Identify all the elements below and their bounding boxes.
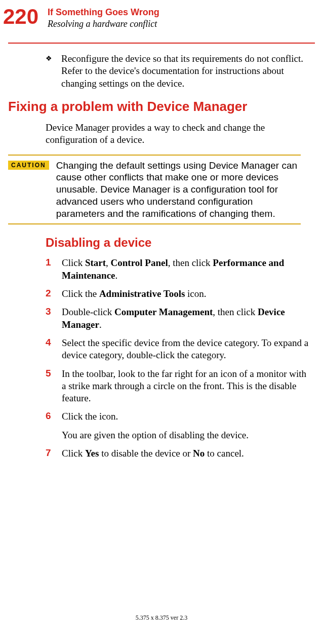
- step-text: Double-click Computer Management, then c…: [62, 306, 309, 331]
- bullet-text: Reconfigure the device so that its requi…: [61, 53, 309, 90]
- step-7: 7 Click Yes to disable the device or No …: [46, 447, 309, 460]
- header-titles: If Something Goes Wrong Resolving a hard…: [48, 6, 159, 29]
- step-text: Click Start, Control Panel, then click P…: [62, 257, 309, 282]
- step-number: 5: [46, 368, 62, 405]
- step-number: 2: [46, 288, 62, 300]
- step-number: 6: [46, 410, 62, 423]
- page-header: 220 If Something Goes Wrong Resolving a …: [0, 0, 323, 29]
- step-2: 2 Click the Administrative Tools icon.: [46, 288, 309, 300]
- caution-badge: CAUTION: [8, 161, 49, 170]
- heading-disabling-device: Disabling a device: [46, 236, 309, 250]
- header-rule: [8, 43, 315, 44]
- step-text: Select the specific device from the devi…: [62, 337, 309, 362]
- heading-fixing-problem: Fixing a problem with Device Manager: [8, 99, 309, 115]
- step-number: 7: [46, 447, 62, 460]
- intro-paragraph: Device Manager provides a way to check a…: [46, 122, 309, 146]
- diamond-bullet-icon: ❖: [46, 54, 52, 90]
- caution-text: Changing the default settings using Devi…: [56, 160, 301, 220]
- step-6: 6 Click the icon.: [46, 410, 309, 423]
- step-3: 3 Double-click Computer Management, then…: [46, 306, 309, 331]
- step-number: 1: [46, 257, 62, 282]
- step-text: Click the Administrative Tools icon.: [62, 288, 207, 300]
- step-1: 1 Click Start, Control Panel, then click…: [46, 257, 309, 282]
- chapter-title: If Something Goes Wrong: [48, 7, 159, 18]
- page-number: 220: [3, 6, 38, 27]
- step-text: In the toolbar, look to the far right fo…: [62, 368, 309, 405]
- step-4: 4 Select the specific device from the de…: [46, 337, 309, 362]
- step-number: 4: [46, 337, 62, 362]
- step-6-continuation: You are given the option of disabling th…: [62, 429, 309, 441]
- bullet-item: ❖ Reconfigure the device so that its req…: [46, 53, 309, 90]
- page-footer: 5.375 x 8.375 ver 2.3: [0, 614, 323, 622]
- page-content: ❖ Reconfigure the device so that its req…: [0, 53, 323, 460]
- step-number: 3: [46, 306, 62, 331]
- step-5: 5 In the toolbar, look to the far right …: [46, 368, 309, 405]
- section-subtitle: Resolving a hardware conflict: [48, 19, 159, 29]
- step-text: Click the icon.: [62, 410, 118, 423]
- step-text: Click Yes to disable the device or No to…: [62, 447, 244, 460]
- caution-box: CAUTION Changing the default settings us…: [8, 155, 301, 225]
